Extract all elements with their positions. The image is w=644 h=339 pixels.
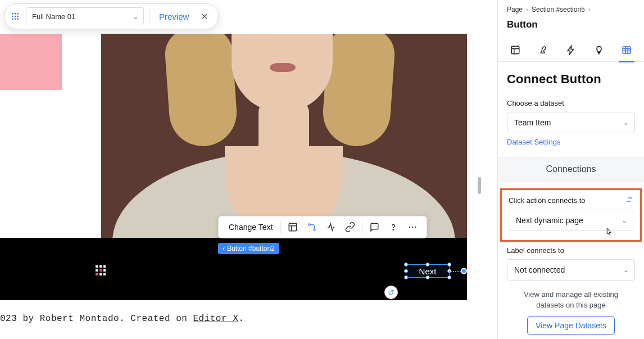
svg-point-2	[314, 229, 315, 230]
selection-breadcrumb-tag[interactable]: ‹ Button #button2	[218, 243, 279, 254]
tab-design[interactable]	[532, 38, 554, 62]
breadcrumb: Page › Section #section5 ›	[498, 0, 644, 16]
click-action-highlight: Click action connects to Next dynamic pa…	[500, 188, 642, 242]
panel-title: Button	[498, 16, 644, 38]
chevron-down-icon: ⌄	[622, 216, 627, 224]
link-icon[interactable]	[342, 219, 359, 236]
connections-heading: Connections	[498, 157, 644, 182]
resize-handle[interactable]	[404, 263, 408, 266]
canvas[interactable]: ‹ Button #button2 Next ↺ Change Text	[0, 0, 467, 339]
label-connects-value: Not connected	[514, 265, 565, 274]
connect-heading: Connect Button	[507, 72, 635, 87]
dataset-label: Choose a dataset	[507, 99, 635, 107]
reset-rotation-button[interactable]: ↺	[384, 286, 398, 299]
tab-inspiration[interactable]	[588, 38, 610, 62]
label-connects-label: Label connects to	[507, 246, 635, 255]
resize-handle[interactable]	[404, 275, 408, 279]
footer-link[interactable]: Editor X	[193, 314, 238, 324]
hero-section	[0, 34, 467, 238]
resize-handle[interactable]	[426, 275, 430, 279]
more-icon[interactable]	[404, 219, 421, 236]
breadcrumb-page[interactable]: Page	[507, 6, 523, 13]
svg-rect-17	[623, 47, 631, 53]
app-grid-icon[interactable]	[10, 11, 20, 21]
inspector-tabs	[498, 38, 644, 62]
separator	[362, 220, 362, 234]
chevron-down-icon: ⌄	[133, 12, 139, 21]
svg-point-7	[12, 13, 13, 15]
close-icon: ✕	[201, 11, 208, 22]
chevron-right-icon: ›	[588, 6, 591, 13]
dataset-select[interactable]: Team Item ⌄	[507, 112, 635, 133]
svg-point-5	[412, 227, 413, 228]
vertical-scrollbar[interactable]	[478, 177, 481, 194]
svg-point-8	[15, 13, 16, 15]
canvas-viewport: ‹ Button #button2 Next ↺ Change Text	[0, 0, 497, 339]
svg-point-10	[12, 16, 13, 17]
click-action-value: Next dynamic page	[516, 216, 583, 225]
svg-point-14	[15, 18, 16, 20]
svg-rect-16	[511, 46, 519, 54]
connection-handle[interactable]	[461, 268, 467, 274]
footer-text: 023 by Robert Montado. Created on Editor…	[0, 314, 244, 324]
preview-toolbar: Full Name 01 ⌄ Preview ✕	[4, 3, 219, 29]
help-icon[interactable]	[385, 219, 402, 236]
svg-point-9	[17, 13, 19, 15]
svg-rect-0	[289, 223, 297, 231]
resize-handle[interactable]	[447, 263, 451, 266]
preview-button[interactable]: Preview	[156, 12, 192, 21]
breadcrumb-section[interactable]: Section #section5	[532, 6, 585, 13]
resize-handle[interactable]	[426, 263, 430, 266]
view-page-datasets-button[interactable]: View Page Datasets	[527, 317, 615, 335]
footer-text-suffix: .	[238, 314, 244, 324]
next-button-text: Next	[419, 266, 437, 276]
separator	[280, 220, 281, 234]
undo-icon: ↺	[388, 288, 394, 297]
resize-handle[interactable]	[404, 269, 408, 273]
tab-layout[interactable]	[504, 38, 527, 62]
chevron-down-icon: ⌄	[623, 266, 629, 274]
swap-icon[interactable]	[625, 196, 633, 205]
chevron-right-icon: ›	[526, 6, 528, 13]
footer-text-prefix: 023 by Robert Montado. Created on	[0, 314, 193, 324]
selection-tag-label: Button #button2	[227, 245, 275, 252]
change-text-button[interactable]: Change Text	[224, 223, 277, 232]
svg-point-15	[17, 18, 19, 20]
svg-point-3	[393, 229, 394, 230]
click-action-label: Click action connects to	[509, 196, 586, 205]
pink-rectangle-element[interactable]	[0, 34, 62, 90]
dataset-settings-link[interactable]: Dataset Settings	[507, 138, 560, 146]
svg-point-11	[15, 16, 16, 17]
chevron-down-icon: ⌄	[623, 119, 629, 126]
inspector-panel: Page › Section #section5 › Button Connec…	[497, 0, 644, 339]
datasets-note: View and manage all existing datasets on…	[510, 290, 632, 311]
tab-interactions[interactable]	[560, 38, 582, 62]
svg-point-12	[17, 16, 19, 17]
svg-point-4	[409, 227, 410, 228]
animation-icon[interactable]	[323, 219, 339, 236]
context-toolbar: Change Text	[218, 216, 427, 238]
logo-dots-icon	[96, 265, 106, 275]
resize-handle[interactable]	[447, 275, 451, 279]
svg-point-13	[12, 18, 13, 20]
close-button[interactable]: ✕	[198, 10, 210, 22]
separator	[149, 8, 150, 25]
layout-icon[interactable]	[284, 219, 301, 236]
click-action-select[interactable]: Next dynamic page ⌄	[509, 210, 633, 231]
selected-next-button[interactable]: Next	[406, 264, 450, 278]
dataset-select-value: Team Item	[514, 118, 551, 127]
tab-data[interactable]	[615, 38, 638, 62]
label-connects-select[interactable]: Not connected ⌄	[507, 259, 635, 281]
dataset-item-select-value: Full Name 01	[32, 12, 75, 21]
chevron-left-icon: ‹	[223, 245, 225, 252]
comment-icon[interactable]	[366, 219, 383, 236]
design-icon[interactable]	[303, 219, 320, 236]
svg-point-1	[309, 224, 310, 225]
svg-point-6	[415, 227, 416, 228]
hero-image[interactable]	[101, 34, 467, 238]
dataset-item-select[interactable]: Full Name 01 ⌄	[26, 7, 144, 25]
